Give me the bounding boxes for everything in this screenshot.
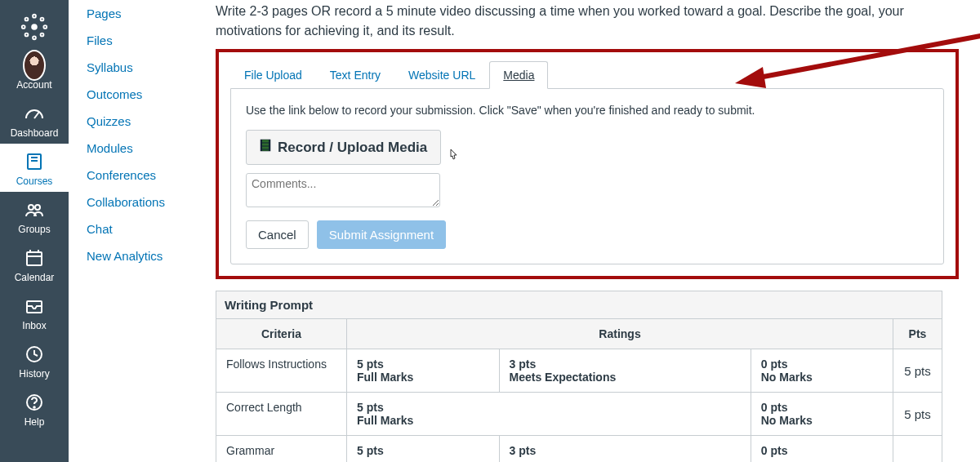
- course-nav: Pages Files Syllabus Outcomes Quizzes Mo…: [69, 0, 216, 462]
- course-nav-outcomes[interactable]: Outcomes: [87, 81, 203, 108]
- media-tab-panel: Use the link below to record your submis…: [230, 88, 944, 264]
- rubric-rating: 5 ptsFull Marks: [347, 349, 500, 393]
- nav-inbox-label: Inbox: [22, 320, 46, 331]
- avatar-icon: [23, 54, 46, 77]
- nav-courses-label: Courses: [16, 175, 53, 187]
- speedometer-icon: [23, 102, 46, 125]
- tab-text-entry[interactable]: Text Entry: [316, 61, 394, 88]
- svg-point-4: [43, 25, 47, 29]
- svg-point-5: [25, 18, 29, 21]
- nav-help-label: Help: [24, 416, 45, 428]
- comments-input[interactable]: [246, 173, 440, 207]
- submission-tabs: File Upload Text Entry Website URL Media: [219, 52, 956, 88]
- main-content: Write 2-3 pages OR record a 5 minute vid…: [216, 0, 980, 462]
- course-nav-conferences[interactable]: Conferences: [87, 162, 203, 189]
- help-icon: [23, 391, 46, 414]
- global-nav: Account Dashboard Courses Groups Calenda…: [0, 0, 69, 462]
- course-nav-collaborations[interactable]: Collaborations: [87, 189, 203, 215]
- course-nav-syllabus[interactable]: Syllabus: [87, 54, 203, 81]
- svg-point-7: [25, 33, 29, 37]
- rubric-header-ratings: Ratings: [347, 319, 893, 349]
- rubric-rating: 0 ptsNo Marks: [751, 349, 893, 393]
- course-nav-modules[interactable]: Modules: [87, 135, 203, 162]
- film-icon: [260, 139, 271, 156]
- submission-highlight-box: File Upload Text Entry Website URL Media…: [216, 49, 959, 279]
- svg-point-8: [41, 33, 44, 37]
- submit-assignment-button[interactable]: Submit Assignment: [317, 220, 446, 249]
- calendar-icon: [23, 247, 46, 269]
- canvas-logo[interactable]: [0, 0, 69, 47]
- rubric-rating: 0 pts: [751, 436, 893, 463]
- course-nav-chat[interactable]: Chat: [87, 215, 203, 242]
- svg-rect-15: [27, 252, 42, 265]
- nav-courses[interactable]: Courses: [0, 144, 69, 192]
- rubric-row: Follows Instructions5 ptsFull Marks3 pts…: [216, 349, 942, 393]
- submit-button-row: Cancel Submit Assignment: [246, 220, 929, 249]
- svg-point-13: [29, 205, 33, 210]
- rubric-row: Grammar5 pts3 pts0 pts: [216, 436, 942, 463]
- nav-help[interactable]: Help: [0, 384, 69, 433]
- rubric-criterion: Correct Length: [216, 393, 347, 436]
- nav-dashboard-label: Dashboard: [11, 127, 59, 139]
- nav-groups-label: Groups: [18, 224, 50, 235]
- record-button-label: Record / Upload Media: [278, 140, 427, 156]
- svg-rect-27: [269, 140, 270, 151]
- tab-media[interactable]: Media: [489, 61, 548, 89]
- rubric-title: Writing Prompt: [216, 291, 942, 318]
- svg-point-14: [35, 205, 40, 210]
- svg-point-3: [22, 25, 25, 29]
- nav-calendar-label: Calendar: [15, 272, 55, 283]
- cursor-pointer-icon: [448, 152, 459, 164]
- record-upload-media-button[interactable]: Record / Upload Media: [246, 130, 441, 165]
- clock-icon: [23, 343, 46, 366]
- course-nav-new-analytics[interactable]: New Analytics: [87, 242, 203, 269]
- nav-account-label: Account: [16, 79, 51, 91]
- rubric-total-pts: [893, 436, 942, 463]
- rubric-rating: 5 pts: [347, 436, 500, 463]
- rubric-rating: 0 ptsNo Marks: [751, 393, 893, 436]
- nav-history-label: History: [19, 368, 49, 380]
- cancel-button[interactable]: Cancel: [246, 220, 309, 249]
- media-instruction: Use the link below to record your submis…: [246, 104, 929, 117]
- nav-calendar[interactable]: Calendar: [0, 240, 69, 288]
- inbox-icon: [23, 295, 46, 318]
- rubric-criterion: Grammar: [216, 436, 347, 463]
- rubric-total-pts: 5 pts: [893, 393, 942, 436]
- assignment-prompt: Write 2-3 pages OR record a 5 minute vid…: [216, 2, 926, 41]
- svg-point-2: [33, 36, 36, 39]
- nav-account[interactable]: Account: [0, 47, 69, 96]
- rubric-rating: 3 ptsMeets Expectations: [499, 349, 751, 393]
- rubric-table: Writing Prompt Criteria Ratings Pts Foll…: [216, 291, 942, 462]
- canvas-logo-icon: [19, 11, 50, 42]
- rubric-header-criteria: Criteria: [216, 319, 347, 349]
- course-nav-files[interactable]: Files: [87, 27, 203, 54]
- tab-file-upload[interactable]: File Upload: [230, 61, 316, 88]
- rubric-rating: 3 pts: [499, 436, 751, 463]
- rubric-row: Correct Length5 ptsFull Marks0 ptsNo Mar…: [216, 393, 942, 436]
- rubric-header-pts: Pts: [893, 319, 942, 349]
- svg-point-0: [31, 24, 38, 30]
- course-nav-pages[interactable]: Pages: [87, 0, 203, 27]
- book-icon: [23, 150, 46, 173]
- nav-groups[interactable]: Groups: [0, 192, 69, 240]
- nav-history[interactable]: History: [0, 336, 69, 384]
- tab-website-url[interactable]: Website URL: [394, 61, 489, 88]
- svg-rect-26: [261, 140, 262, 151]
- svg-point-22: [33, 406, 35, 408]
- svg-point-6: [41, 18, 44, 21]
- course-nav-quizzes[interactable]: Quizzes: [87, 108, 203, 135]
- rubric-total-pts: 5 pts: [893, 349, 942, 393]
- groups-icon: [23, 198, 46, 221]
- nav-inbox[interactable]: Inbox: [0, 288, 69, 336]
- rubric-rating: 5 ptsFull Marks: [347, 393, 751, 436]
- svg-point-1: [33, 15, 36, 18]
- rubric-criterion: Follows Instructions: [216, 349, 347, 393]
- svg-line-9: [34, 112, 39, 118]
- nav-dashboard[interactable]: Dashboard: [0, 96, 69, 144]
